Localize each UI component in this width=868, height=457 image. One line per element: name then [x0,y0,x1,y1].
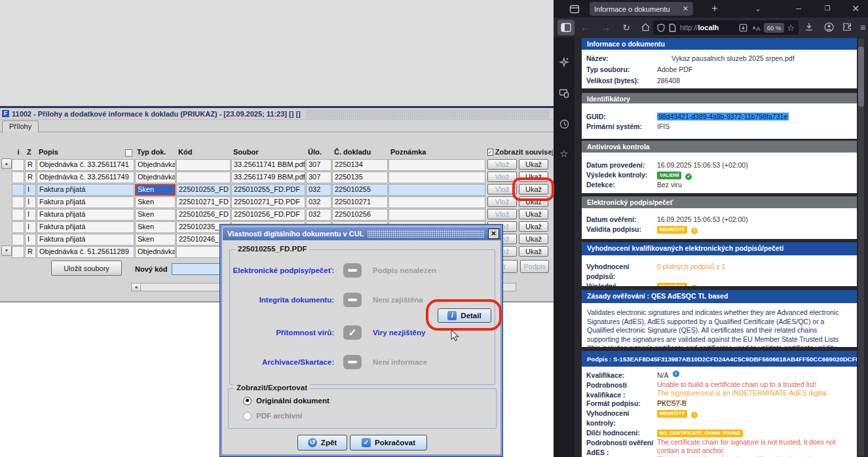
url-bar[interactable]: http://localh ᴀA 60 % ☆ [653,20,799,35]
table-cell[interactable] [388,159,485,171]
table-cell[interactable]: 307 [306,159,331,171]
table-cell[interactable]: 225010255_FD.PDF [231,184,305,196]
table-cell[interactable]: Objednávka [135,159,176,171]
table-cell[interactable]: Sken [135,221,176,233]
vloz-button[interactable]: Vlož [487,209,517,219]
table-cell[interactable]: 225010256_FD [176,209,231,221]
table-cell[interactable]: 225010271_FD [176,196,231,208]
sidebar-toggle-button[interactable] [557,20,575,35]
reload-icon[interactable]: ↻ [620,21,633,34]
ukaz-button[interactable]: Ukaž [519,159,548,170]
menu-icon[interactable]: ≡ [856,21,868,34]
scroll-up-button[interactable]: ▲ [1,158,12,169]
table-cell[interactable]: Objednávka č. 33.25611741 [37,159,134,171]
pokracovat-button[interactable]: ✓ Pokračovat [350,435,427,450]
window-close-icon[interactable]: ✕ [849,2,862,15]
close-icon[interactable]: ✕ [488,228,499,239]
table-cell[interactable]: 33.25611741 BBM.pdf [231,159,305,171]
table-cell[interactable]: I [25,196,36,208]
scroll-down-button[interactable]: ▼ [1,246,12,256]
tab-close-icon[interactable]: ✕ [683,5,689,13]
table-cell[interactable]: 225010271_FD.PDF [231,196,305,208]
account-icon[interactable] [822,20,835,33]
zpet-button[interactable]: ↺ Zpět [297,435,347,450]
show-related-checkbox[interactable]: ✓ Zobrazit souvisej [487,148,553,156]
table-cell[interactable]: Sken [135,196,176,208]
table-cell[interactable]: Faktura přijatá [37,184,134,196]
table-cell[interactable]: 225010255_FD [176,184,231,196]
table-cell[interactable]: Objednávka č. 51.25611289 [37,246,134,258]
table-cell[interactable] [176,159,231,171]
table-cell[interactable] [12,234,24,246]
zoom-level-badge[interactable]: 60 % [764,23,785,33]
ukaz-button[interactable]: Ukaž [519,246,548,257]
scrollbar-thumb[interactable] [858,46,864,107]
home-icon[interactable] [639,20,652,33]
table-cell[interactable]: Objednávka [135,246,176,258]
table-cell[interactable]: 2250134 [332,159,388,171]
synced-tabs-icon[interactable] [557,87,571,100]
table-cell[interactable]: Objednávka [135,172,176,183]
table-cell[interactable]: 33.25611749 BBM.pdf [231,172,305,183]
table-cell[interactable] [12,196,24,208]
table-cell[interactable]: R [25,246,36,258]
table-cell[interactable] [176,172,231,183]
info-circle-icon[interactable]: i [673,371,679,377]
table-cell[interactable]: R [25,159,36,171]
ukaz-button[interactable]: Ukaž [519,234,548,244]
table-cell[interactable]: 225010255 [332,184,388,196]
table-cell[interactable] [388,209,485,221]
ukaz-button[interactable]: Ukaž [519,209,548,219]
new-tab-icon[interactable]: + [708,2,721,15]
forward-icon[interactable]: → [599,21,613,34]
table-cell[interactable] [388,184,485,196]
bookmarks-star-icon[interactable]: ☆ [557,147,571,160]
table-cell[interactable] [12,209,24,221]
podpis-button[interactable]: Podpis [520,260,549,273]
table-cell[interactable]: Faktura přijatá [37,196,134,208]
table-cell[interactable] [12,159,24,171]
table-cell[interactable] [12,221,24,233]
table-cell[interactable]: Faktura přijatá [37,221,134,233]
table-cell[interactable]: Sken [135,209,176,221]
ai-chatbot-icon[interactable] [557,56,571,69]
vertical-scrollbar[interactable] [858,39,864,456]
table-cell[interactable]: 225010256 [332,209,388,221]
table-cell[interactable] [12,246,24,258]
extensions-icon[interactable] [840,20,854,33]
bookmark-star-icon[interactable]: ☆ [787,23,795,33]
table-cell[interactable]: I [25,184,36,196]
ulozit-soubory-button[interactable]: Uložit soubory [51,261,122,276]
scroll-left-icon[interactable]: ◄ [132,283,141,291]
table-cell[interactable] [12,184,24,196]
radio-pdf-archive[interactable]: PDF archivní [243,411,302,421]
header-checkbox[interactable] [125,149,132,156]
table-cell[interactable]: I [25,234,36,246]
table-cell[interactable]: I [25,221,36,233]
ukaz-button[interactable]: Ukaž [519,221,548,232]
table-cell[interactable]: Faktura přijatá [37,209,134,221]
history-clock-icon[interactable] [557,117,571,130]
table-cell[interactable]: 032 [306,209,331,221]
minimize-icon[interactable]: – [792,1,805,14]
table-cell[interactable]: 225010271 [332,196,388,208]
save-page-icon[interactable] [739,24,747,32]
back-icon[interactable]: ← [578,21,592,34]
downloads-icon[interactable] [802,20,816,33]
table-cell[interactable]: Sken [135,234,176,246]
radio-original[interactable]: Originální dokument [243,395,330,406]
translate-icon[interactable]: ᴀA [752,24,761,32]
firefox-view-icon[interactable] [568,3,581,16]
table-cell[interactable] [388,196,485,208]
table-cell[interactable]: R [25,172,36,183]
browser-tab[interactable]: Informace o dokumentu ✕ [590,2,693,16]
table-cell[interactable]: 032 [306,184,331,196]
vloz-button[interactable]: Vlož [487,159,517,170]
table-cell[interactable] [12,172,24,183]
table-cell[interactable]: Faktura přijatá [37,234,134,246]
vloz-button[interactable]: Vlož [487,172,517,182]
vloz-button[interactable]: Vlož [487,196,517,207]
tab-prilohy[interactable]: Přílohy [2,120,39,132]
table-cell[interactable]: I [25,209,36,221]
table-cell[interactable]: 2250135 [332,172,388,183]
